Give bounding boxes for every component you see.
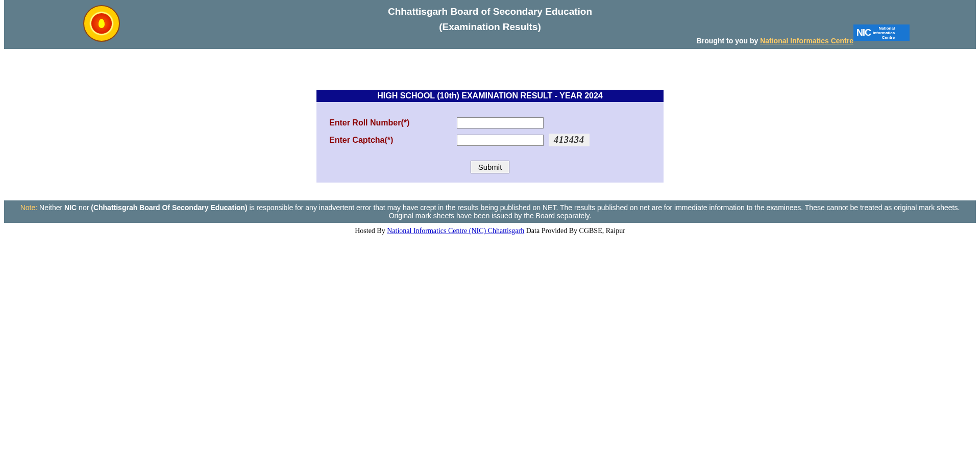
hosted-link[interactable]: National Informatics Centre (NIC) Chhatt… <box>387 227 524 235</box>
submit-button[interactable]: Submit <box>471 161 510 173</box>
brought-by-prefix: Brought to you by <box>697 37 760 45</box>
result-form-box: HIGH SCHOOL (10th) EXAMINATION RESULT - … <box>316 90 664 183</box>
note-text3: is responsible for any inadvertent error… <box>248 203 960 220</box>
submit-row: Submit <box>329 161 651 173</box>
note-bold2: (Chhattisgrah Board Of Secondary Educati… <box>91 203 247 212</box>
captcha-image: 413434 <box>549 134 590 146</box>
form-body: Enter Roll Number(*) Enter Captcha(*) 41… <box>316 102 664 183</box>
note-banner: Note: Neither NIC nor (Chhattisgrah Boar… <box>4 200 976 223</box>
header-title: Chhattisgarh Board of Secondary Educatio… <box>4 4 976 17</box>
nic-logo-big: NIC <box>856 28 871 38</box>
nic-logo-icon[interactable]: NIC National Informatics Centre <box>853 24 910 41</box>
captcha-row: Enter Captcha(*) 413434 <box>329 134 651 146</box>
captcha-input[interactable] <box>457 135 544 146</box>
note-prefix: Note: <box>20 203 37 212</box>
main-content: HIGH SCHOOL (10th) EXAMINATION RESULT - … <box>0 90 980 183</box>
roll-number-label: Enter Roll Number(*) <box>329 118 457 127</box>
data-provided: Data Provided By CGBSE, Raipur <box>524 227 625 235</box>
nic-logo-small: National Informatics Centre <box>873 26 895 40</box>
hosted-prefix: Hosted By <box>355 227 387 235</box>
note-text2: nor <box>77 203 91 212</box>
footer-text: Hosted By National Informatics Centre (N… <box>0 223 980 239</box>
form-header: HIGH SCHOOL (10th) EXAMINATION RESULT - … <box>316 90 664 102</box>
captcha-label: Enter Captcha(*) <box>329 136 457 145</box>
brought-by-line: Brought to you by National Informatics C… <box>4 33 976 45</box>
nic-link[interactable]: National Informatics Centre <box>760 37 853 45</box>
note-text1: Neither <box>37 203 64 212</box>
roll-number-input[interactable] <box>457 117 544 129</box>
roll-number-row: Enter Roll Number(*) <box>329 117 651 129</box>
header-subtitle: (Examination Results) <box>4 17 976 33</box>
header-banner: Chhattisgarh Board of Secondary Educatio… <box>4 0 976 49</box>
note-bold1: NIC <box>64 203 77 212</box>
